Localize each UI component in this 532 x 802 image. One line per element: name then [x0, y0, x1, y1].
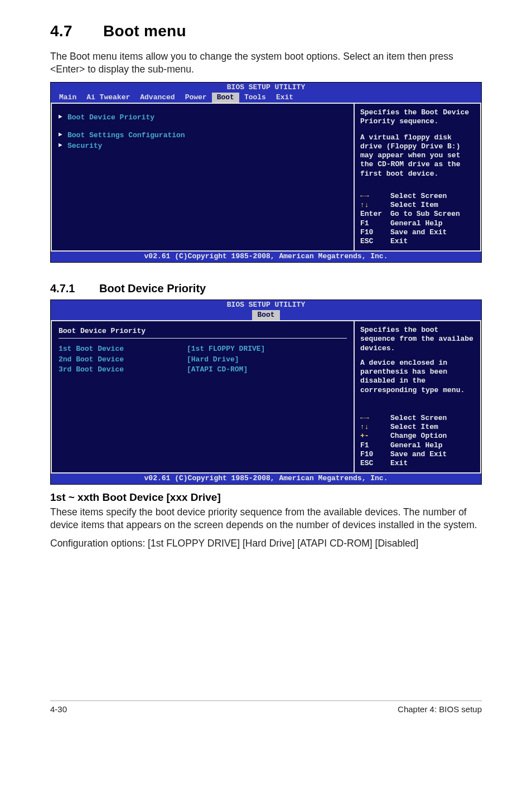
bios-help-pane: Specifies the boot sequence from the ava…: [354, 320, 481, 474]
tab-ai-tweaker[interactable]: Ai Tweaker: [81, 93, 135, 103]
help-text-secondary: A virtual floppy disk drive (Floppy Driv…: [360, 133, 476, 178]
key-left-right-icon: ←→: [360, 414, 390, 423]
key-desc: Save and Exit: [390, 450, 447, 459]
setting-value: [1st FLOPPY DRIVE]: [187, 345, 265, 354]
tab-boot[interactable]: Boot: [252, 310, 279, 320]
key-up-down-icon: ↑↓: [360, 423, 390, 432]
row-2nd-boot-device[interactable]: 2nd Boot Device [Hard Drive]: [59, 355, 347, 365]
setting-label: 3rd Boot Device: [59, 365, 187, 374]
key-f1: F1: [360, 219, 390, 228]
key-enter: Enter: [360, 210, 390, 219]
row-1st-boot-device[interactable]: 1st Boot Device [1st FLOPPY DRIVE]: [59, 344, 347, 354]
section-heading: 4.7Boot menu: [50, 22, 482, 40]
key-desc: General Help: [390, 441, 443, 450]
bios-help-pane: Specifies the Boot Device Priority seque…: [354, 103, 481, 252]
bios-title: BIOS SETUP UTILITY: [51, 83, 481, 93]
help-text-primary: Specifies the Boot Device Priority seque…: [360, 108, 476, 127]
key-desc: General Help: [390, 219, 443, 228]
tab-power[interactable]: Power: [180, 93, 212, 103]
setting-value: [ATAPI CD-ROM]: [187, 365, 248, 374]
menu-item-boot-device-priority[interactable]: ▶ Boot Device Priority: [59, 113, 347, 123]
submenu-arrow-icon: ▶: [59, 142, 67, 149]
bios-main-pane: Boot Device Priority 1st Boot Device [1s…: [51, 320, 354, 474]
bios-panel-boot-menu: BIOS SETUP UTILITY Main Ai Tweaker Advan…: [50, 82, 482, 263]
subsection-number: 4.7.1: [50, 282, 99, 295]
key-desc: Exit: [390, 237, 408, 246]
bios-copyright: v02.61 (C)Copyright 1985-2008, American …: [51, 252, 481, 262]
bios-panel-boot-priority: BIOS SETUP UTILITY Boot Boot Device Prio…: [50, 299, 482, 485]
subsection-heading: 4.7.1Boot Device Priority: [50, 282, 482, 295]
submenu-heading: Boot Device Priority: [59, 327, 347, 336]
key-desc: Select Screen: [390, 192, 447, 201]
setting-label: 2nd Boot Device: [59, 355, 187, 364]
tab-main[interactable]: Main: [54, 93, 81, 103]
key-legend: ←→Select Screen ↑↓Select Item +-Change O…: [360, 403, 476, 468]
key-desc: Save and Exit: [390, 228, 447, 237]
row-3rd-boot-device[interactable]: 3rd Boot Device [ATAPI CD-ROM]: [59, 365, 347, 375]
key-left-right-icon: ←→: [360, 192, 390, 201]
bios-title: BIOS SETUP UTILITY: [51, 300, 481, 310]
section-number: 4.7: [50, 22, 103, 40]
tab-exit[interactable]: Exit: [271, 93, 298, 103]
menu-item-boot-settings-config[interactable]: ▶ Boot Settings Configuration: [59, 131, 347, 141]
page-number: 4-30: [50, 704, 67, 714]
divider: [59, 338, 347, 339]
key-esc: ESC: [360, 459, 390, 468]
key-up-down-icon: ↑↓: [360, 201, 390, 210]
key-f10: F10: [360, 450, 390, 459]
bios-tabs: Boot: [51, 310, 481, 320]
help-text-primary: Specifies the boot sequence from the ava…: [360, 326, 476, 353]
subsection-title-text: Boot Device Priority: [99, 282, 206, 294]
section-title-text: Boot menu: [103, 22, 186, 40]
key-desc: Go to Sub Screen: [390, 210, 460, 219]
tab-boot[interactable]: Boot: [212, 93, 239, 103]
menu-item-security[interactable]: ▶ Security: [59, 141, 347, 151]
bios-copyright: v02.61 (C)Copyright 1985-2008, American …: [51, 474, 481, 484]
item-paragraph-2: Configuration options: [1st FLOPPY DRIVE…: [50, 537, 482, 550]
key-desc: Select Screen: [390, 414, 447, 423]
tab-tools[interactable]: Tools: [239, 93, 271, 103]
key-f10: F10: [360, 228, 390, 237]
bios-main-pane: ▶ Boot Device Priority ▶ Boot Settings C…: [51, 103, 354, 252]
setting-label: 1st Boot Device: [59, 345, 187, 354]
key-desc: Change Option: [390, 432, 447, 441]
tab-advanced[interactable]: Advanced: [135, 93, 180, 103]
key-esc: ESC: [360, 237, 390, 246]
page-footer: 4-30 Chapter 4: BIOS setup: [50, 700, 482, 714]
key-desc: Exit: [390, 459, 408, 468]
menu-item-label: Boot Device Priority: [67, 113, 154, 122]
key-plus-minus: +-: [360, 432, 390, 441]
key-f1: F1: [360, 441, 390, 450]
item-paragraph-1: These items specify the boot device prio…: [50, 506, 482, 532]
bios-tabs: Main Ai Tweaker Advanced Power Boot Tool…: [51, 93, 481, 103]
submenu-arrow-icon: ▶: [59, 131, 67, 139]
submenu-arrow-icon: ▶: [59, 113, 67, 121]
key-legend: ←→Select Screen ↑↓Select Item EnterGo to…: [360, 186, 476, 247]
setting-value: [Hard Drive]: [187, 355, 239, 364]
menu-item-label: Boot Settings Configuration: [67, 131, 185, 140]
key-desc: Select Item: [390, 201, 438, 210]
help-text-secondary: A device enclosed in parenthesis has bee…: [360, 359, 476, 395]
key-desc: Select Item: [390, 423, 438, 432]
menu-item-label: Security: [67, 142, 102, 151]
item-heading: 1st ~ xxth Boot Device [xxx Drive]: [50, 491, 482, 504]
intro-paragraph: The Boot menu items allow you to change …: [50, 50, 482, 76]
chapter-label: Chapter 4: BIOS setup: [398, 704, 482, 714]
